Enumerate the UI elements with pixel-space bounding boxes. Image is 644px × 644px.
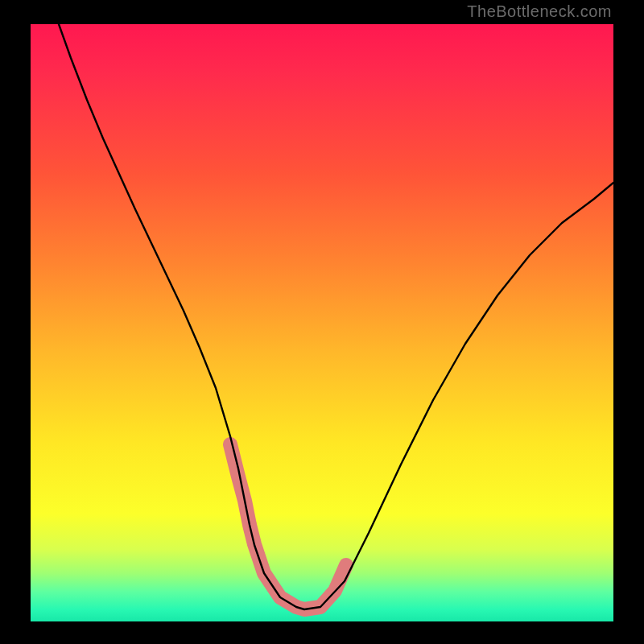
- watermark-text: TheBottleneck.com: [467, 2, 612, 21]
- main-curve: [59, 24, 613, 609]
- curve-layer: [31, 24, 613, 621]
- highlight-band: [230, 444, 346, 609]
- plot-area: [31, 24, 613, 621]
- chart-frame: TheBottleneck.com: [0, 0, 644, 644]
